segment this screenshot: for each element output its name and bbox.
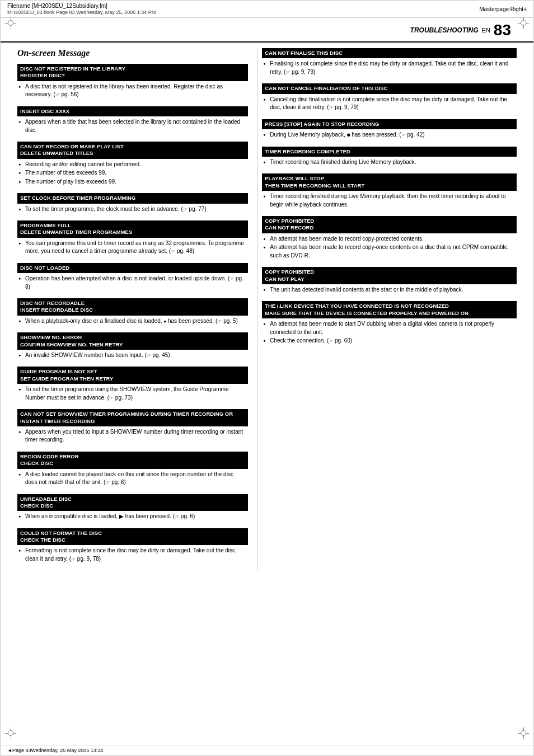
message-body-block2: Appears when a title that has been selec…	[17, 118, 248, 137]
right-blocks: CAN NOT FINALISE THIS DISCFinalising is …	[262, 48, 517, 348]
left-blocks: DISC NOT REGISTERED IN THE LIBRARYREGIST…	[17, 64, 248, 566]
corner-bl	[5, 727, 16, 739]
message-header-block7: DISC NOT RECORDABLEINSERT RECORDABLE DIS…	[17, 298, 248, 316]
message-header-block4: SET CLOCK BEFORE TIMER PROGRAMMING	[17, 193, 248, 203]
list-item: When an incompatible disc is loaded, ▶ h…	[18, 513, 247, 521]
message-header-block9: GUIDE PROGRAM IS NOT SETSET GUIDE PROGRA…	[17, 367, 248, 384]
message-block-block10: CAN NOT SET SHOWVIEW TIMER PROGRAMMING D…	[17, 409, 248, 447]
message-block-block5: PROGRAMME FULLDELETE UNWANTED TIMER PROG…	[17, 220, 248, 259]
message-block-block8: SHOWVIEW NO. ERRORCONFIRM SHOWVIEW NO. T…	[17, 332, 248, 362]
message-body-rblock7: The unit has detected invalid contents a…	[262, 286, 517, 297]
corner-br	[518, 727, 529, 739]
list-item: The number of play lists exceeds 99.	[18, 178, 247, 186]
message-block-rblock2: CAN NOT CANCEL FINALISATION OF THIS DISC…	[262, 83, 517, 114]
message-header-block12: UNREADABLE DISCCHECK DISC	[17, 494, 248, 511]
message-block-block9: GUIDE PROGRAM IS NOT SETSET GUIDE PROGRA…	[17, 367, 248, 405]
message-block-rblock4: TIMER RECORDING COMPLETEDTimer recording…	[262, 147, 517, 170]
message-block-block13: COULD NOT FORMAT THE DISCCHECK THE DISCF…	[17, 528, 248, 566]
message-body-block5: You can programme this unit to timer rec…	[17, 240, 248, 259]
message-body-block3: Recording and/or editing cannot be perfo…	[17, 161, 248, 189]
page-footer: ◄Page 83Wednesday, 25 May 2005 13:34	[1, 745, 533, 755]
message-header-rblock7: COPY PROHIBITEDCAN NOT PLAY	[262, 267, 517, 284]
message-body-block4: To set the timer programme, the clock mu…	[17, 205, 248, 217]
message-block-block6: DISC NOT LOADEDOperation has been attemp…	[17, 263, 248, 294]
message-header-rblock2: CAN NOT CANCEL FINALISATION OF THIS DISC	[262, 83, 517, 93]
list-item: An attempt has been made to record copy-…	[263, 235, 516, 243]
message-body-rblock6: An attempt has been made to record copy-…	[262, 235, 517, 263]
message-header-block8: SHOWVIEW NO. ERRORCONFIRM SHOWVIEW NO. T…	[17, 332, 248, 350]
page-header: TROUBLESHOOTING EN 83	[1, 18, 533, 43]
list-item: The unit has detected invalid contents a…	[263, 286, 516, 294]
masterpage: Masterpage:Right+	[479, 6, 527, 12]
message-body-block7: When a playback-only disc or a finalised…	[17, 317, 248, 328]
file-details: MH200SEU_00.book Page 83 Wednesday, May …	[7, 10, 156, 15]
list-item: Operation has been attempted when a disc…	[18, 275, 247, 291]
list-item: An invalid SHOWVIEW number has been inpu…	[18, 351, 247, 360]
list-item: Appears when you tried to input a SHOWVI…	[18, 428, 247, 444]
message-body-rblock1: Finalising is not complete since the dis…	[262, 60, 517, 79]
message-header-block13: COULD NOT FORMAT THE DISCCHECK THE DISC	[17, 528, 248, 546]
list-item: Finalising is not complete since the dis…	[263, 60, 516, 76]
list-item: Formatting is not complete since the dis…	[18, 547, 247, 563]
list-item: Cancelling disc finalisation is not comp…	[263, 96, 516, 112]
message-block-rblock5: PLAYBACK WILL STOPTHEN TIMER RECORDING W…	[262, 173, 517, 212]
message-header-rblock5: PLAYBACK WILL STOPTHEN TIMER RECORDING W…	[262, 173, 517, 191]
message-body-block9: To set the timer programme using the SHO…	[17, 386, 248, 405]
header-page-num: TROUBLESHOOTING EN 83	[410, 21, 511, 39]
footer-left: ◄Page 83Wednesday, 25 May 2005 13:34	[7, 748, 103, 753]
main-content: On-screen Message DISC NOT REGISTERED IN…	[1, 43, 533, 576]
message-header-rblock6: COPY PROHIBITEDCAN NOT RECORD	[262, 216, 517, 233]
message-block-block2: INSERT DISC XXXXAppears when a title tha…	[17, 106, 248, 137]
corner-tr	[518, 17, 529, 29]
list-item: To set the timer programme, the clock mu…	[18, 205, 247, 214]
message-header-block1: DISC NOT REGISTERED IN THE LIBRARYREGIST…	[17, 64, 248, 81]
corner-tl	[5, 17, 16, 29]
message-header-rblock1: CAN NOT FINALISE THIS DISC	[262, 48, 517, 58]
message-block-block3: CAN NOT RECORD OR MAKE PLAY LISTDELETE U…	[17, 142, 248, 189]
message-header-rblock3: PRESS [STOP] AGAIN TO STOP RECORDING	[262, 119, 517, 129]
list-item: When a playback-only disc or a finalised…	[18, 317, 247, 326]
message-body-block12: When an incompatible disc is loaded, ▶ h…	[17, 513, 248, 524]
list-item: To set the timer programme using the SHO…	[18, 386, 247, 402]
message-block-rblock8: THE i.LINK DEVICE THAT YOU HAVE CONNECTE…	[262, 301, 517, 348]
page-number: 83	[494, 21, 511, 39]
filename: Filename [MH200SEU_12Subsidiary.fm]	[7, 3, 156, 9]
list-item: An attempt has been made to record copy-…	[263, 243, 516, 260]
list-item: A disc that is not registered in the lib…	[18, 83, 247, 99]
message-block-block12: UNREADABLE DISCCHECK DISCWhen an incompa…	[17, 494, 248, 524]
list-item: You can programme this unit to timer rec…	[18, 240, 247, 256]
list-item: Timer recording finished during Live Mem…	[263, 192, 516, 209]
message-header-block10: CAN NOT SET SHOWVIEW TIMER PROGRAMMING D…	[17, 409, 248, 426]
message-body-block6: Operation has been attempted when a disc…	[17, 275, 248, 294]
message-header-block2: INSERT DISC XXXX	[17, 106, 248, 116]
message-header-block6: DISC NOT LOADED	[17, 263, 248, 273]
list-item: A disc loaded cannot be played back on t…	[18, 471, 247, 487]
message-body-block13: Formatting is not complete since the dis…	[17, 547, 248, 566]
message-body-rblock2: Cancelling disc finalisation is not comp…	[262, 96, 517, 115]
message-block-rblock1: CAN NOT FINALISE THIS DISCFinalising is …	[262, 48, 517, 79]
message-header-block3: CAN NOT RECORD OR MAKE PLAY LISTDELETE U…	[17, 142, 248, 159]
troubleshooting-label: TROUBLESHOOTING	[410, 26, 479, 34]
message-body-rblock4: Timer recording has finished during Live…	[262, 158, 517, 170]
crosshair-tr	[518, 17, 529, 29]
message-block-rblock7: COPY PROHIBITEDCAN NOT PLAYThe unit has …	[262, 267, 517, 297]
en-label: EN	[482, 27, 490, 34]
crosshair-br	[518, 727, 529, 739]
message-header-block11: REGION CODE ERRORCHECK DISC	[17, 452, 248, 469]
message-body-block11: A disc loaded cannot be played back on t…	[17, 471, 248, 490]
list-item: Appears when a title that has been selec…	[18, 118, 247, 134]
list-item: Check the connection. (☞ pg. 60)	[263, 337, 516, 345]
left-column: On-screen Message DISC NOT REGISTERED IN…	[17, 48, 257, 570]
message-body-rblock8: An attempt has been made to start DV dub…	[262, 320, 517, 348]
message-block-block11: REGION CODE ERRORCHECK DISCA disc loaded…	[17, 452, 248, 490]
message-header-block5: PROGRAMME FULLDELETE UNWANTED TIMER PROG…	[17, 220, 248, 238]
message-body-rblock3: During Live Memory playback, ■ has been …	[262, 131, 517, 142]
message-block-rblock6: COPY PROHIBITEDCAN NOT RECORDAn attempt …	[262, 216, 517, 262]
crosshair-bl	[5, 727, 16, 739]
list-item: An attempt has been made to start DV dub…	[263, 320, 516, 336]
message-block-block7: DISC NOT RECORDABLEINSERT RECORDABLE DIS…	[17, 298, 248, 328]
list-item: During Live Memory playback, ■ has been …	[263, 131, 516, 139]
message-body-block10: Appears when you tried to input a SHOWVI…	[17, 428, 248, 447]
message-block-rblock3: PRESS [STOP] AGAIN TO STOP RECORDINGDuri…	[262, 119, 517, 142]
list-item: The number of titles exceeds 99.	[18, 169, 247, 177]
